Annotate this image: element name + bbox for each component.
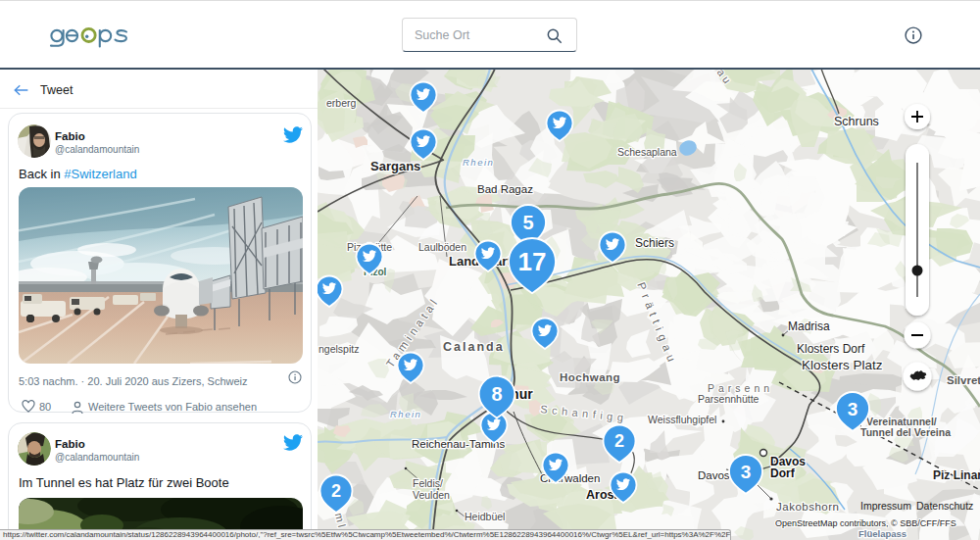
svg-text:2: 2 [614, 431, 624, 451]
svg-text:3: 3 [848, 399, 858, 419]
svg-text:Parsennhütte: Parsennhütte [698, 393, 760, 405]
svg-text:Heidbüel: Heidbüel [465, 511, 505, 522]
svg-text:erberg: erberg [326, 97, 357, 109]
svg-text:Tunnel del Vereina: Tunnel del Vereina [860, 426, 951, 438]
svg-text:Feldis/: Feldis/ [413, 477, 443, 489]
svg-text:2: 2 [331, 481, 341, 501]
svg-text:Piz Linar: Piz Linar [933, 468, 980, 482]
svg-text:Silvrett: Silvrett [947, 374, 980, 386]
svg-text:Schesaplana: Schesaplana [617, 146, 677, 158]
svg-text:Madrisa: Madrisa [788, 319, 830, 333]
svg-text:Impressum: Impressum [860, 500, 911, 512]
svg-text:Sargans: Sargans [370, 159, 420, 173]
svg-text:Laulböden: Laulböden [418, 241, 466, 253]
svg-text:Dorf: Dorf [770, 466, 796, 480]
svg-text:Weissfluhgipfel: Weissfluhgipfel [648, 414, 716, 425]
svg-text:Schruns: Schruns [834, 115, 879, 128]
svg-text:Klosters Dorf: Klosters Dorf [797, 342, 865, 356]
svg-text:17: 17 [518, 247, 547, 276]
svg-text:Rhein: Rhein [390, 409, 421, 419]
svg-text:Veulden: Veulden [413, 489, 450, 501]
svg-text:Flüelapass: Flüelapass [858, 528, 906, 539]
svg-text:Klosters Platz: Klosters Platz [802, 358, 883, 372]
svg-text:8: 8 [491, 383, 502, 405]
svg-text:3: 3 [741, 462, 752, 482]
svg-text:Hochwang: Hochwang [560, 371, 620, 383]
svg-text:Schiers: Schiers [635, 236, 674, 250]
svg-text:Rhein: Rhein [463, 157, 494, 168]
svg-text:OpenStreetMap contributors, ©: OpenStreetMap contributors, © SBB/CFF/FF… [775, 518, 956, 528]
svg-text:Datenschutz: Datenschutz [916, 500, 973, 512]
svg-text:5: 5 [522, 212, 533, 233]
svg-text:Bad Ragaz: Bad Ragaz [477, 183, 533, 195]
svg-text:Calanda: Calanda [443, 340, 505, 354]
svg-text:Jakobshorn: Jakobshorn [776, 501, 839, 513]
svg-text:ngelspitz: ngelspitz [318, 343, 359, 355]
